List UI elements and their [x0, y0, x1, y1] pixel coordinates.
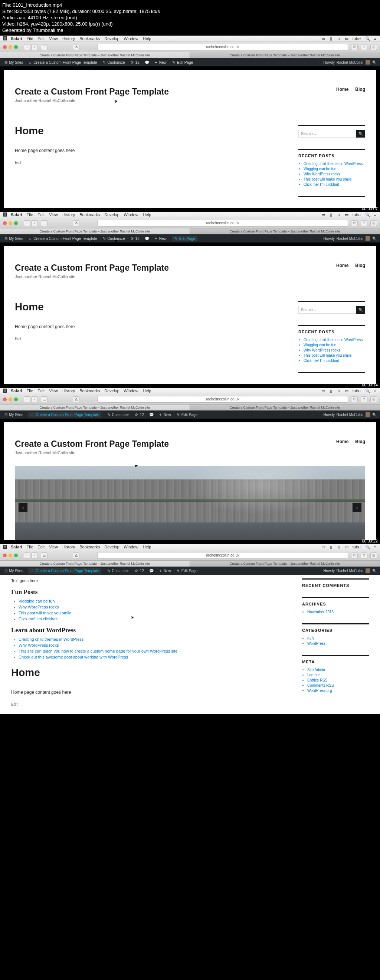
ab-mysites[interactable]: ⊞My Sites: [4, 60, 23, 65]
ab-new[interactable]: +New: [154, 237, 167, 241]
ab-updates[interactable]: ⟳12: [130, 237, 139, 241]
search-icon[interactable]: 🔍: [372, 569, 376, 573]
menu-view[interactable]: View: [49, 545, 58, 549]
user-name[interactable]: tuts+: [353, 388, 361, 393]
wifi-icon[interactable]: ⩍: [337, 212, 341, 217]
user-name[interactable]: tuts+: [353, 212, 361, 217]
ab-edit[interactable]: ✎Edit Page: [172, 236, 197, 241]
browser-tab-1[interactable]: Create a Custom Front Page Template – Ju…: [0, 228, 190, 234]
app-name[interactable]: Safari: [11, 388, 22, 393]
tabs-button[interactable]: ⊞: [370, 44, 377, 50]
ab-sitename[interactable]: ⌂Create a Custom Front Page Template: [28, 60, 97, 65]
tabs-button[interactable]: ⊞: [370, 220, 377, 226]
search-icon[interactable]: 🔍: [365, 388, 369, 393]
ab-comments[interactable]: 💬: [145, 60, 149, 65]
address-bar[interactable]: rachelmccollin.co.uk: [97, 396, 348, 402]
battery-icon[interactable]: ▭: [345, 545, 349, 549]
warning-icon[interactable]: ⚠: [73, 44, 80, 50]
reload-button[interactable]: ⟳: [351, 396, 358, 402]
warning-icon[interactable]: ⚠: [73, 220, 80, 226]
ab-account[interactable]: Howdy, Rachel McCollin🔍: [323, 60, 376, 65]
maximize-window-icon[interactable]: [14, 554, 18, 557]
address-bar[interactable]: rachelmccollin.co.uk: [97, 552, 348, 559]
menu-develop[interactable]: Develop: [104, 212, 119, 217]
ab-updates[interactable]: ⟳12: [135, 569, 144, 573]
back-button[interactable]: ‹: [24, 552, 30, 558]
recent-post-link[interactable]: Vlogging can be fun: [303, 167, 365, 171]
search-icon[interactable]: 🔍: [365, 545, 369, 549]
back-button[interactable]: ‹: [24, 220, 30, 226]
ab-customize[interactable]: ✎Customize: [107, 413, 129, 417]
archive-link[interactable]: November 2016: [307, 610, 369, 614]
prev-slide-button[interactable]: ‹: [19, 503, 27, 512]
menu-help[interactable]: Help: [143, 212, 152, 217]
sidebar-toggle[interactable]: ☰: [41, 552, 48, 558]
browser-tab-2[interactable]: Create a Custom Front Page Template – Ju…: [190, 52, 380, 58]
apple-logo-icon[interactable]: 🅰: [3, 212, 7, 217]
wifi-icon[interactable]: ⩍: [337, 388, 341, 393]
airplay-icon[interactable]: ▯: [329, 37, 333, 41]
menu-file[interactable]: File: [27, 545, 34, 549]
post-link[interactable]: This site can teach you how to create a …: [19, 649, 287, 653]
share-button[interactable]: ⇪: [361, 396, 367, 402]
warning-icon[interactable]: ⚠: [73, 552, 80, 558]
nav-blog[interactable]: Blog: [355, 263, 365, 268]
search-button[interactable]: 🔍: [356, 306, 365, 314]
menu-help[interactable]: Help: [143, 388, 152, 393]
recent-post-link[interactable]: Creating child themes in WordPress: [303, 338, 365, 342]
menu-bookmarks[interactable]: Bookmarks: [80, 388, 100, 393]
battery-icon[interactable]: ▭: [345, 388, 349, 393]
menu-view[interactable]: View: [49, 37, 58, 41]
apple-logo-icon[interactable]: 🅰: [3, 545, 7, 549]
meta-link[interactable]: Site Admin: [307, 668, 369, 672]
menu-view[interactable]: View: [49, 212, 58, 217]
menu-window[interactable]: Window: [124, 212, 139, 217]
meta-link[interactable]: Comments RSS: [307, 683, 369, 687]
category-link[interactable]: Fun: [307, 636, 369, 640]
sidebar-toggle[interactable]: ☰: [41, 396, 48, 402]
edit-link[interactable]: Edit: [11, 702, 287, 706]
next-slide-button[interactable]: ›: [353, 503, 361, 512]
site-title[interactable]: Create a Custom Front Page Template: [15, 439, 169, 449]
menu-icon[interactable]: ≡: [373, 37, 377, 41]
ab-updates[interactable]: ⟳12: [130, 60, 139, 65]
search-icon[interactable]: 🔍: [372, 237, 376, 241]
meta-link[interactable]: WordPress.org: [307, 689, 369, 693]
forward-button[interactable]: ›: [31, 396, 38, 402]
recent-post-link[interactable]: Creating child themes in WordPress: [303, 162, 365, 166]
address-bar[interactable]: rachelmccollin.co.uk: [97, 220, 348, 227]
edit-link[interactable]: Edit: [15, 337, 284, 341]
menu-help[interactable]: Help: [143, 37, 152, 41]
search-icon[interactable]: 🔍: [372, 60, 376, 65]
nav-home[interactable]: Home: [336, 439, 348, 444]
search-icon[interactable]: 🔍: [365, 37, 369, 41]
browser-tab-1[interactable]: Create a Custom Front Page Template – Ju…: [0, 561, 190, 566]
recent-post-link[interactable]: Click me! I'm clickbait: [303, 183, 365, 186]
ab-customize[interactable]: ✎Customize: [102, 60, 125, 65]
close-window-icon[interactable]: [3, 45, 7, 49]
maximize-window-icon[interactable]: [14, 221, 18, 225]
menu-icon[interactable]: ≡: [373, 545, 377, 549]
share-button[interactable]: ⇪: [361, 220, 367, 226]
ab-mysites[interactable]: ⊞My Sites: [4, 237, 23, 241]
app-name[interactable]: Safari: [11, 37, 22, 41]
wifi-icon[interactable]: ⩍: [337, 545, 341, 549]
recent-post-link[interactable]: Why WordPress rocks: [303, 348, 365, 352]
search-input[interactable]: [299, 306, 356, 314]
minimize-window-icon[interactable]: [8, 45, 12, 49]
browser-tab-2[interactable]: Create a Custom Front Page Template – Ju…: [190, 228, 380, 234]
menu-history[interactable]: History: [62, 545, 75, 549]
display-icon[interactable]: ▭: [321, 388, 326, 393]
menu-edit[interactable]: Edit: [37, 37, 45, 41]
share-button[interactable]: ⇪: [361, 44, 367, 50]
browser-tab-1[interactable]: Create a Custom Front Page Template – Ju…: [0, 404, 190, 410]
minimize-window-icon[interactable]: [8, 554, 12, 557]
ab-edit[interactable]: ✎Edit Page: [176, 413, 197, 417]
airplay-icon[interactable]: ▯: [329, 212, 333, 217]
menu-history[interactable]: History: [62, 37, 75, 41]
forward-button[interactable]: ›: [31, 220, 38, 226]
ab-new[interactable]: +New: [158, 413, 171, 417]
menu-window[interactable]: Window: [124, 388, 139, 393]
battery-icon[interactable]: ▭: [345, 37, 349, 41]
ab-new[interactable]: +New: [158, 569, 171, 573]
